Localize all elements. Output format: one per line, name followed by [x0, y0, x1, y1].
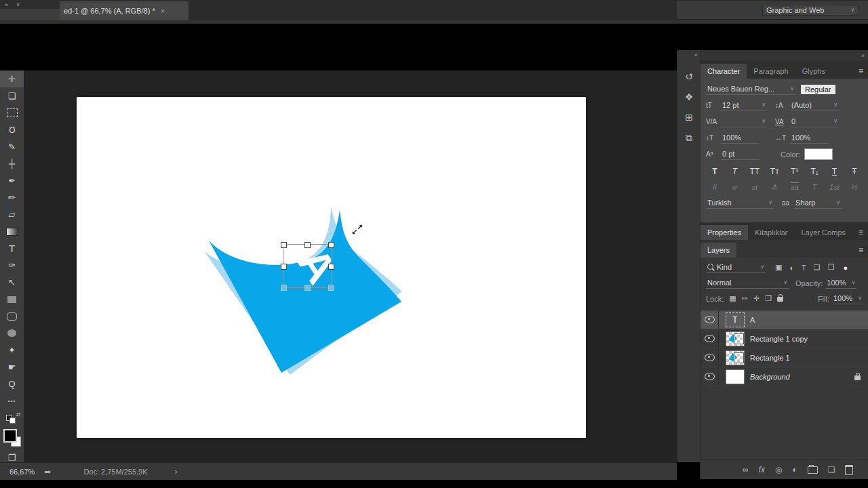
lock-position-icon[interactable]: ✛ [753, 294, 760, 303]
visibility-toggle[interactable] [701, 348, 719, 367]
panel-menu-icon[interactable]: ≡ [859, 66, 863, 79]
share-icon[interactable]: ➦ [44, 467, 51, 476]
shape-layer-thumbnail[interactable] [726, 331, 745, 346]
superscript-button[interactable]: T¹ [787, 167, 802, 176]
link-layers-icon[interactable]: ∞ [743, 465, 749, 474]
opacity-field[interactable]: 100% ∨ [825, 277, 856, 289]
character-styles-panel-icon[interactable]: ⊞ [677, 107, 701, 127]
eraser-tool[interactable]: ▱ [0, 206, 24, 223]
foreground-background-colors[interactable] [0, 426, 24, 449]
document-tab[interactable]: ed-1 @ 66,7% (A, RGB/8) * × [60, 1, 189, 20]
ligatures-button[interactable]: fi [707, 183, 722, 191]
transform-handle-bottom-left[interactable] [281, 285, 287, 291]
eyedropper-tool[interactable]: ✒ [0, 172, 24, 189]
vertical-scale-field[interactable]: 100% [721, 132, 759, 144]
text-layer-thumbnail[interactable]: T [726, 312, 745, 327]
layer-row-text-a[interactable]: T A [701, 310, 868, 329]
zoom-level-field[interactable]: 66,67% [9, 468, 35, 476]
fractions-button[interactable]: ½ [847, 183, 862, 191]
filter-type-layers-icon[interactable]: T [802, 264, 806, 272]
visibility-toggle[interactable] [701, 310, 719, 329]
stylistic-alternates-button[interactable]: A [767, 183, 782, 191]
foreground-color-swatch[interactable] [3, 429, 17, 443]
layer-name[interactable]: Background [750, 373, 790, 381]
rectangle-tool[interactable] [0, 291, 24, 308]
lock-paint-icon[interactable]: ✏ [742, 294, 748, 303]
dock-expand-icon[interactable]: » [861, 52, 865, 59]
filter-adjustment-layers-icon[interactable]: ◐ [789, 264, 794, 272]
lasso-tool[interactable]: Ω [0, 121, 24, 138]
filter-shape-layers-icon[interactable]: ❏ [814, 263, 821, 272]
discretionary-ligatures-button[interactable]: st [747, 183, 762, 191]
hand-tool[interactable]: ☛ [0, 359, 24, 375]
crop-tool[interactable]: ┼ [0, 155, 24, 172]
strikethrough-button[interactable]: Ŧ [847, 167, 862, 176]
type-tool[interactable]: T [0, 240, 24, 257]
paths-panel-icon[interactable]: ⧉ [677, 127, 701, 148]
tab-character[interactable]: Character [701, 64, 747, 79]
adjustment-layer-icon[interactable]: ◐ [792, 465, 797, 474]
underline-button[interactable]: T [827, 167, 842, 176]
dock-collapse-icon[interactable]: « [694, 52, 698, 58]
layer-name[interactable]: A [750, 316, 755, 324]
custom-shape-tool[interactable]: ✦ [0, 342, 24, 359]
transform-bounding-box[interactable] [283, 244, 332, 288]
filter-toggle-icon[interactable]: ● [844, 264, 848, 272]
ellipse-tool[interactable] [0, 325, 24, 342]
horizontal-scale-field[interactable]: 100% [790, 132, 828, 144]
visibility-toggle[interactable] [701, 367, 719, 386]
new-group-icon[interactable] [808, 466, 818, 474]
blend-mode-dropdown[interactable]: Normal ∨ [706, 277, 789, 289]
layer-mask-icon[interactable]: ◎ [775, 465, 782, 474]
layer-row-background[interactable]: Background [701, 367, 868, 386]
gradient-tool[interactable] [0, 223, 24, 240]
baseline-shift-field[interactable]: 0 pt [721, 148, 759, 160]
faux-italic-button[interactable]: T [727, 167, 742, 176]
text-color-swatch[interactable] [804, 148, 833, 160]
all-caps-button[interactable]: TT [747, 167, 762, 176]
small-caps-button[interactable]: Tᴛ [767, 167, 782, 176]
edit-toolbar-button[interactable]: ••• [0, 392, 24, 409]
anti-alias-dropdown[interactable]: Sharp ∨ [794, 197, 842, 209]
tab-glyphs[interactable]: Glyphs [795, 64, 832, 79]
layer-row-rectangle-1-copy[interactable]: Rectangle 1 copy [701, 329, 868, 348]
panel-menu-icon[interactable]: ≡ [859, 245, 863, 258]
layer-effects-icon[interactable]: fx [759, 465, 765, 474]
transform-handle-bottom-right[interactable] [328, 285, 334, 291]
transform-handle-bottom-center[interactable] [304, 285, 311, 291]
default-colors-control[interactable]: ⇄ [0, 409, 24, 426]
brush-tool[interactable]: ✏ [0, 189, 24, 206]
kerning-field[interactable]: ∨ [721, 116, 767, 127]
tab-layer-comps[interactable]: Layer Comps [794, 225, 852, 240]
workspace-dropdown[interactable]: Graphic and Web ∨ [762, 5, 859, 16]
quick-selection-tool[interactable]: ✎ [0, 138, 24, 155]
path-selection-tool[interactable]: ↖ [0, 274, 24, 291]
delete-layer-icon[interactable] [845, 465, 853, 475]
titling-alternates-button[interactable]: aa [787, 183, 802, 191]
pen-tool[interactable]: ✑ [0, 257, 24, 274]
filter-pixel-layers-icon[interactable]: ▣ [775, 263, 782, 272]
swatches-panel-icon[interactable]: ❖ [677, 87, 701, 107]
layer-filter-kind-dropdown[interactable]: Kind ∨ [706, 262, 766, 273]
status-chevron-icon[interactable]: › [175, 467, 178, 476]
lock-artboard-icon[interactable]: ❒ [765, 294, 772, 303]
marquee-tool[interactable] [0, 104, 24, 121]
background-layer-thumbnail[interactable] [726, 369, 745, 384]
canvas-area[interactable]: A ↗ ↙ [24, 70, 677, 462]
new-layer-icon[interactable]: ❏ [828, 465, 835, 474]
panel-collapse-icon[interactable]: » [5, 1, 8, 8]
rounded-rectangle-tool[interactable] [0, 308, 24, 325]
visibility-toggle[interactable] [701, 329, 719, 348]
layer-name[interactable]: Rectangle 1 [750, 354, 790, 362]
transform-handle-top-right[interactable] [328, 242, 334, 248]
tab-properties[interactable]: Properties [701, 225, 748, 240]
fill-field[interactable]: 100% ∨ [832, 293, 863, 304]
subscript-button[interactable]: T₁ [807, 167, 822, 176]
transform-handle-mid-right[interactable] [328, 264, 334, 270]
leading-field[interactable]: (Auto) ∨ [790, 100, 839, 111]
swash-button[interactable]: σ [727, 183, 742, 191]
font-style-field[interactable]: Regular [801, 85, 835, 94]
shape-layer-thumbnail[interactable] [726, 350, 745, 365]
lock-transparency-icon[interactable]: ▦ [729, 294, 736, 303]
background-lock-icon[interactable] [854, 375, 861, 380]
